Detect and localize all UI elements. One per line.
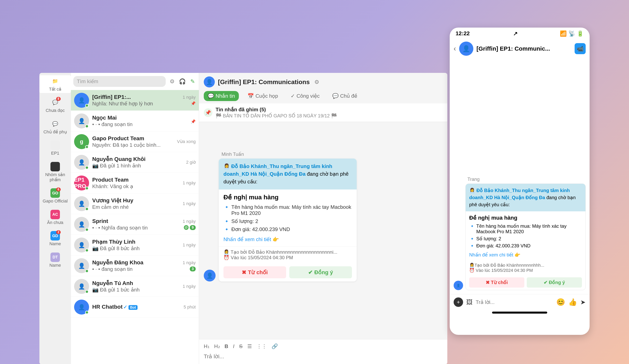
- list-button[interactable]: ☰: [247, 343, 252, 350]
- video-call-button[interactable]: 📹: [575, 43, 586, 54]
- mobile-reject-button[interactable]: ✖ Từ chối: [469, 277, 524, 288]
- tab-message[interactable]: 💬 Nhắn tin: [204, 91, 239, 101]
- emoji-button[interactable]: 😊: [556, 298, 565, 306]
- chat-item[interactable]: 👤[Griffin] EP1:...Nghĩa: Như thế hợp lý …: [71, 90, 199, 111]
- approval-card: 👩‍💼 Đỗ Bảo Khánh_Thu ngân_Trung tâm kinh…: [219, 159, 357, 281]
- italic-button[interactable]: I: [233, 343, 234, 350]
- created-at: ⏰ Vào lúc 15/05/2024 04:30 PM: [223, 255, 352, 260]
- sidebar-ac[interactable]: ACĂn chưa: [39, 209, 71, 226]
- sidebar-unread[interactable]: 💬8Chưa đọc: [39, 97, 71, 114]
- tab-task[interactable]: ✓ Công việc: [287, 91, 323, 101]
- mobile-composer: + 🖼 😊 👍 ➤: [450, 294, 590, 310]
- chat-item[interactable]: 👤Vương Việt HuyEm cảm ơn nhé1 ngày: [71, 193, 199, 214]
- sender-name: Minh Tuấn: [221, 151, 443, 157]
- reject-button[interactable]: ✖ Từ chối: [223, 266, 286, 278]
- card-price: 🔹Đơn giá: 42.000.239 VND: [223, 226, 352, 233]
- sidebar-products[interactable]: Nhóm sản phẩm: [39, 161, 71, 184]
- mobile-input[interactable]: [476, 299, 553, 305]
- chat-item[interactable]: 👤Ngọc Mai• · • đang soạn tin📌: [71, 111, 199, 131]
- sidebar-subtopic[interactable]: 💬Chủ đề phụ: [39, 118, 71, 136]
- desktop-app: 📁Tất cả 💬8Chưa đọc 💬Chủ đề phụ EP1 Nhóm …: [39, 73, 447, 364]
- mobile-msg-avatar[interactable]: 👤: [454, 281, 463, 290]
- sidebar-all[interactable]: 📁Tất cả: [39, 75, 71, 93]
- link-button[interactable]: 🔗: [272, 343, 278, 350]
- signal-icons: 📶 📡 🔋: [560, 30, 584, 37]
- nav-sidebar: 📁Tất cả 💬8Chưa đọc 💬Chủ đề phụ EP1 Nhóm …: [39, 73, 71, 364]
- tab-meeting[interactable]: 📅 Cuộc họp: [244, 91, 282, 101]
- mobile-accept-button[interactable]: ✔ Đồng ý: [527, 277, 582, 288]
- strike-button[interactable]: S: [239, 343, 243, 350]
- back-button[interactable]: ‹: [454, 44, 456, 53]
- chat-item[interactable]: 👤HR Chatbot✓Bot5 phút: [71, 297, 199, 318]
- chat-list: ⚙ 🎧 ✎ 👤[Griffin] EP1:...Nghĩa: Như thế h…: [71, 73, 199, 364]
- chat-item[interactable]: 👤Nguyễn Tú Anh📷 Đã gửi 1 bức ảnh1 ngày: [71, 276, 199, 297]
- chat-avatar: 👤: [204, 76, 215, 88]
- headset-icon[interactable]: 🎧: [178, 78, 186, 86]
- settings-icon[interactable]: ⚙: [168, 78, 176, 86]
- created-by: 👩‍💼 Tạo bởi Đỗ Bảo Khánhnnnnnnnnnnnnnnnn…: [223, 249, 352, 255]
- card-item-name: 🔹Tên hàng hóa muốn mua: Máy tính xác tay…: [223, 204, 352, 216]
- chat-item[interactable]: 👤Phạm Thùy Linh📷 Đã gửi 8 bức ảnh1 ngày: [71, 235, 199, 255]
- send-button[interactable]: ➤: [580, 298, 586, 306]
- mobile-status-bar: 12:22↗ 📶 📡 🔋: [450, 28, 590, 40]
- bold-button[interactable]: B: [225, 343, 228, 350]
- bullet-button[interactable]: ⋮⋮: [257, 343, 267, 350]
- mobile-messages: Trang 👤 👩‍💼 Đỗ Bảo Khánh_Thu ngân_Trung …: [450, 58, 590, 294]
- thumbs-button[interactable]: 👍: [568, 298, 577, 306]
- mobile-header: ‹ 👤 [Griffin] EP1: Communic... 📹: [450, 40, 590, 58]
- mobile-approval-card: 👩‍💼 Đỗ Bảo Khánh_Thu ngân_Trung tâm kinh…: [466, 184, 586, 290]
- chat-item[interactable]: 👤Sprint• · • Nghĩa đang soạn tin1 ngày@9: [71, 214, 199, 235]
- pinned-message[interactable]: 📌 Tin nhắn đã ghim (5) 🏁 BẢN TIN TỔ DÂN …: [199, 103, 447, 122]
- home-indicator: [492, 312, 547, 314]
- messages-area: Minh Tuấn 👤 👩‍💼 Đỗ Bảo Khánh_Thu ngân_Tr…: [199, 122, 447, 339]
- compose-icon[interactable]: ✎: [189, 78, 196, 86]
- accept-button[interactable]: ✔ Đồng ý: [289, 266, 352, 278]
- chat-item[interactable]: 👤Nguyễn Quang Khôi📷 Đã gửi 1 hình ảnh2 g…: [71, 152, 199, 173]
- search-input[interactable]: [73, 76, 166, 87]
- mobile-detail-link[interactable]: Nhấn để xem chi tiết 👉: [469, 252, 520, 258]
- gear-icon[interactable]: ⚙: [313, 78, 321, 86]
- chat-item[interactable]: EP1 PROProduct TeamKhánh: Vâng ok ạ1 ngà…: [71, 173, 199, 193]
- reply-input[interactable]: [204, 351, 443, 362]
- detail-link[interactable]: Nhấn để xem chi tiết 👉: [223, 236, 279, 243]
- composer: H₁ H₂ B I S ☰ ⋮⋮ 🔗: [199, 339, 447, 364]
- card-header: 👩‍💼 Đỗ Bảo Khánh_Thu ngân_Trung tâm kinh…: [219, 159, 357, 190]
- search-bar: ⚙ 🎧 ✎: [71, 73, 199, 90]
- format-toolbar: H₁ H₂ B I S ☰ ⋮⋮ 🔗: [204, 342, 443, 351]
- sidebar-gapo[interactable]: GO6Gapo Official: [39, 187, 71, 205]
- mobile-card-header: 👩‍💼 Đỗ Bảo Khánh_Thu ngân_Trung tâm kinh…: [466, 184, 586, 211]
- card-title: Đề nghị mua hàng: [223, 193, 352, 201]
- tab-topic[interactable]: 💬 Chủ đề: [328, 91, 361, 101]
- chat-header: 👤 [Griffin] EP1: Communications ⚙: [199, 73, 447, 91]
- sidebar-dt[interactable]: DTName: [39, 251, 71, 269]
- sidebar-gd[interactable]: GD2Name: [39, 230, 71, 247]
- chat-item[interactable]: gGapo Product TeamNguyên: Đã tạo 1 cuộc …: [71, 131, 199, 152]
- pin-icon: 📌: [204, 108, 212, 117]
- card-quantity: 🔹Số lượng: 2: [223, 218, 352, 224]
- h2-button[interactable]: H₂: [214, 343, 220, 350]
- mobile-title: [Griffin] EP1: Communic...: [476, 45, 571, 52]
- chat-item[interactable]: 👤Nguyễn Đăng Khoa• · • đang soạn tin1 ng…: [71, 255, 199, 276]
- mobile-app: 12:22↗ 📶 📡 🔋 ‹ 👤 [Griffin] EP1: Communic…: [450, 28, 590, 335]
- message-avatar[interactable]: 👤: [204, 270, 216, 281]
- sidebar-ep1[interactable]: EP1: [39, 139, 71, 157]
- gallery-icon[interactable]: 🖼: [466, 299, 472, 306]
- add-button[interactable]: +: [454, 297, 463, 307]
- main-chat: 👤 [Griffin] EP1: Communications ⚙ 💬 Nhắn…: [199, 73, 447, 364]
- h1-button[interactable]: H₁: [204, 343, 209, 350]
- mobile-avatar[interactable]: 👤: [459, 42, 473, 56]
- mobile-sender: Trang: [468, 176, 586, 182]
- chat-title: [Griffin] EP1: Communications: [218, 78, 310, 86]
- tabs: 💬 Nhắn tin 📅 Cuộc họp ✓ Công việc 💬 Chủ …: [199, 91, 447, 103]
